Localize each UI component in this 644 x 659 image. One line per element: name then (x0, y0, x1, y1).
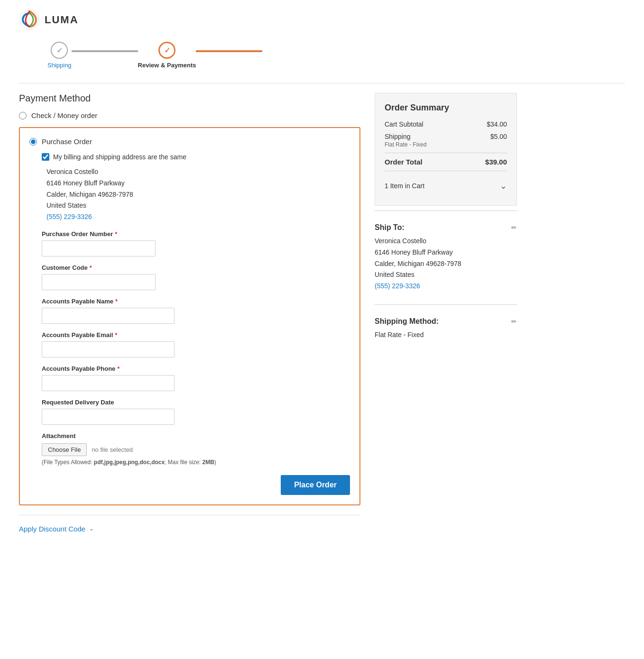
discount-divider (19, 515, 360, 515)
check-money-order-option[interactable]: Check / Money order (19, 111, 360, 119)
cart-items-label: 1 Item in Cart (385, 182, 424, 190)
purchase-order-radio[interactable] (29, 138, 37, 146)
cart-subtotal-label: Cart Subtotal (385, 120, 423, 128)
main-divider (19, 83, 625, 83)
cart-subtotal-row: Cart Subtotal $34.00 (385, 120, 507, 128)
billing-same-row: My billing and shipping address are the … (42, 153, 350, 161)
purchase-order-label: Purchase Order (42, 137, 92, 146)
ship-to-street: 6146 Honey Bluff Parkway (375, 247, 517, 258)
billing-street: 6146 Honey Bluff Parkway (46, 178, 350, 189)
ship-to-title: Ship To: (375, 223, 405, 232)
file-hint: (File Types Allowed: pdf,jpg,jpeg,png,do… (42, 459, 350, 466)
shipping-label: Shipping (385, 133, 411, 140)
ship-to-section: Ship To: ✏ Veronica Costello 6146 Honey … (375, 216, 517, 300)
shipping-method-section: Shipping Method: ✏ Flat Rate - Fixed (375, 310, 517, 348)
ship-to-name: Veronica Costello (375, 236, 517, 247)
header: LUMA (19, 9, 625, 30)
order-total-label: Order Total (385, 158, 423, 166)
billing-city-state: Calder, Michigan 49628-7978 (46, 189, 350, 201)
ship-to-header: Ship To: ✏ (375, 223, 517, 232)
summary-divider (385, 153, 507, 153)
ap-name-required: * (115, 298, 118, 305)
attachment-label: Attachment (42, 432, 350, 439)
shipping-method-divider (375, 304, 517, 305)
luma-logo-icon (19, 9, 40, 30)
po-number-required: * (115, 230, 117, 238)
check-money-radio[interactable] (19, 112, 27, 119)
ap-phone-required: * (117, 365, 120, 372)
order-summary-box: Order Summary Cart Subtotal $34.00 Shipp… (375, 93, 517, 206)
billing-same-checkbox[interactable] (42, 153, 49, 161)
order-total-value: $39.00 (485, 158, 507, 166)
main-layout: Payment Method Check / Money order Purch… (19, 93, 625, 533)
no-file-text: no file selected (92, 446, 133, 453)
cart-items-chevron-icon: ⌄ (500, 181, 507, 191)
apply-discount-section[interactable]: Apply Discount Code ⌄ (19, 525, 360, 533)
left-column: Payment Method Check / Money order Purch… (19, 93, 360, 533)
connector-1 (72, 50, 138, 52)
order-total-row: Order Total $39.00 (385, 158, 507, 166)
ap-email-label: Accounts Payable Email* (42, 331, 350, 339)
shipping-method-value: Flat Rate - Fixed (375, 330, 517, 341)
choose-file-button[interactable]: Choose File (42, 443, 87, 456)
billing-name: Veronica Costello (46, 166, 350, 178)
po-header: Purchase Order (29, 137, 350, 146)
apply-discount-label: Apply Discount Code (19, 525, 85, 533)
shipping-method-title: Shipping Method: (375, 317, 439, 326)
customer-code-field: Customer Code* (42, 264, 350, 290)
place-order-button[interactable]: Place Order (281, 475, 350, 495)
customer-code-label: Customer Code* (42, 264, 350, 271)
ship-to-city-state: Calder, Michigan 49628-7978 (375, 258, 517, 270)
po-number-input[interactable] (42, 240, 156, 256)
chevron-down-icon: ⌄ (89, 525, 94, 532)
delivery-date-label: Requested Delivery Date (42, 399, 350, 406)
connector-2 (196, 50, 262, 52)
ap-phone-input[interactable] (42, 375, 175, 391)
step-review: ✓ Review & Payments (138, 42, 196, 69)
logo-text: LUMA (45, 14, 79, 26)
shipping-method-edit-icon[interactable]: ✏ (511, 318, 517, 325)
po-number-label: Purchase Order Number* (42, 230, 350, 238)
shipping-method-header: Shipping Method: ✏ (375, 317, 517, 326)
cart-subtotal-value: $34.00 (487, 120, 507, 128)
ap-email-required: * (115, 331, 117, 339)
ap-email-input[interactable] (42, 341, 175, 357)
ap-phone-field: Accounts Payable Phone* (42, 365, 350, 391)
customer-code-input[interactable] (42, 274, 156, 290)
payment-section-title: Payment Method (19, 93, 360, 104)
ap-phone-label: Accounts Payable Phone* (42, 365, 350, 372)
ship-to-address: Veronica Costello 6146 Honey Bluff Parkw… (375, 236, 517, 292)
shipping-row: Shipping $5.00 (385, 133, 507, 140)
progress-steps: ✓ Shipping ✓ Review & Payments (19, 42, 625, 69)
billing-address-block: Veronica Costello 6146 Honey Bluff Parkw… (46, 166, 350, 223)
billing-country: United States (46, 200, 350, 211)
ship-to-phone: (555) 229-3326 (375, 281, 517, 292)
ap-name-label: Accounts Payable Name* (42, 298, 350, 305)
step-shipping-circle: ✓ (51, 42, 68, 59)
delivery-date-input[interactable] (42, 409, 175, 425)
shipping-sub: Flat Rate - Fixed (385, 141, 507, 148)
purchase-order-box: Purchase Order My billing and shipping a… (19, 127, 360, 505)
check-money-label: Check / Money order (31, 111, 97, 119)
step-review-label: Review & Payments (138, 62, 196, 69)
customer-code-required: * (90, 264, 92, 271)
ship-to-divider (375, 211, 517, 211)
summary-divider-2 (385, 171, 507, 171)
right-column: Order Summary Cart Subtotal $34.00 Shipp… (375, 93, 517, 348)
ship-to-country: United States (375, 269, 517, 281)
step-shipping-label[interactable]: Shipping (47, 62, 72, 69)
attachment-section: Attachment Choose File no file selected … (42, 432, 350, 466)
ap-name-input[interactable] (42, 308, 175, 324)
billing-phone: (555) 229-3326 (46, 211, 350, 223)
po-number-field: Purchase Order Number* (42, 230, 350, 256)
ship-to-edit-icon[interactable]: ✏ (511, 224, 517, 231)
order-summary-title: Order Summary (385, 103, 507, 113)
ap-email-field: Accounts Payable Email* (42, 331, 350, 357)
ap-name-field: Accounts Payable Name* (42, 298, 350, 324)
cart-items-row[interactable]: 1 Item in Cart ⌄ (385, 176, 507, 196)
shipping-value: $5.00 (490, 133, 507, 140)
place-order-row: Place Order (29, 475, 350, 495)
step-shipping: ✓ Shipping (47, 42, 72, 69)
delivery-date-field: Requested Delivery Date (42, 399, 350, 425)
billing-same-label: My billing and shipping address are the … (53, 153, 186, 161)
